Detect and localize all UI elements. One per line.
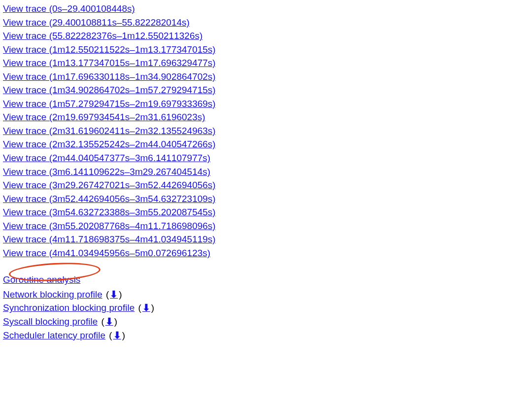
profile-row: Synchronization blocking profile (⬇) <box>3 301 529 315</box>
trace-link[interactable]: View trace (4m41.034945956s–5m0.07269612… <box>3 246 210 260</box>
profile-link[interactable]: Network blocking profile <box>3 289 102 300</box>
trace-link[interactable]: View trace (1m13.177347015s–1m17.6963294… <box>3 56 216 70</box>
paren-close: ) <box>150 302 155 313</box>
trace-link[interactable]: View trace (3m52.442694056s–3m54.6327231… <box>3 192 216 206</box>
download-icon[interactable]: ⬇ <box>142 302 150 313</box>
trace-link[interactable]: View trace (2m44.040547377s–3m6.14110797… <box>3 151 210 165</box>
trace-link[interactable]: View trace (1m12.550211522s–1m13.1773470… <box>3 43 216 57</box>
paren-open: ( <box>98 316 105 327</box>
paren-open: ( <box>105 330 113 340</box>
trace-link[interactable]: View trace (4m11.718698375s–4m41.0349451… <box>3 233 216 246</box>
trace-link[interactable]: View trace (1m34.902864702s–1m57.2792947… <box>3 83 216 97</box>
trace-link[interactable]: View trace (3m55.202087768s–4m11.7186980… <box>3 219 216 233</box>
profile-row: Scheduler latency profile (⬇) <box>3 329 529 342</box>
trace-link[interactable]: View trace (2m19.697934541s–2m31.6196023… <box>3 110 205 124</box>
paren-close: ) <box>121 330 126 340</box>
paren-open: ( <box>134 302 142 313</box>
trace-link[interactable]: View trace (1m57.279294715s–2m19.6979333… <box>3 97 216 111</box>
paren-close: ) <box>113 316 118 327</box>
trace-link[interactable]: View trace (3m6.141109622s–3m29.26740451… <box>3 165 210 179</box>
trace-link[interactable]: View trace (29.400108811s–55.822282014s) <box>3 16 190 30</box>
paren-open: ( <box>102 289 110 300</box>
trace-link[interactable]: View trace (55.822282376s–1m12.550211326… <box>3 29 202 43</box>
trace-link[interactable]: View trace (0s–29.400108448s) <box>3 2 135 16</box>
profile-row: Network blocking profile (⬇) <box>3 288 529 302</box>
trace-link[interactable]: View trace (3m29.267427021s–3m52.4426940… <box>3 178 216 192</box>
trace-link[interactable]: View trace (2m32.135525242s–2m44.0405472… <box>3 137 216 151</box>
download-icon[interactable]: ⬇ <box>105 316 113 327</box>
trace-link[interactable]: View trace (1m17.696330118s–1m34.9028647… <box>3 70 216 84</box>
paren-close: ) <box>118 289 123 300</box>
profile-links-section: Goroutine analysis Network blocking prof… <box>3 273 529 342</box>
profile-link[interactable]: Syscall blocking profile <box>3 316 98 327</box>
profile-link[interactable]: Synchronization blocking profile <box>3 302 134 313</box>
download-icon[interactable]: ⬇ <box>110 289 118 300</box>
download-icon[interactable]: ⬇ <box>113 330 121 340</box>
trace-link[interactable]: View trace (3m54.632723388s–3m55.2020875… <box>3 205 216 219</box>
profile-link[interactable]: Scheduler latency profile <box>3 330 105 340</box>
trace-link[interactable]: View trace (2m31.619602411s–2m32.1355249… <box>3 124 216 138</box>
trace-link-list: View trace (0s–29.400108448s)View trace … <box>3 2 529 260</box>
goroutine-analysis-link[interactable]: Goroutine analysis <box>3 274 80 285</box>
goroutine-analysis-row: Goroutine analysis <box>3 273 80 287</box>
profile-row: Syscall blocking profile (⬇) <box>3 315 529 329</box>
